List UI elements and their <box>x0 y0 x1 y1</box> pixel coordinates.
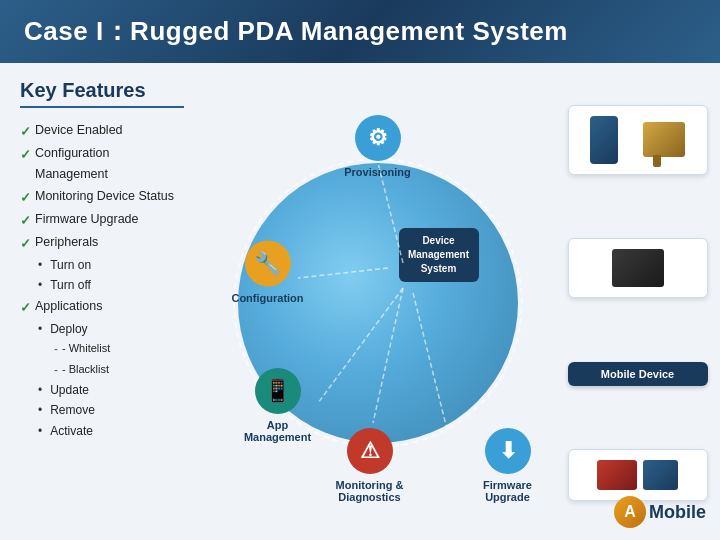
list-item: Turn on <box>38 255 184 275</box>
configuration-label: Configuration <box>231 292 303 304</box>
feature-label: Applications <box>35 296 102 317</box>
logo-icon: A <box>614 496 646 528</box>
list-item: ✓ Monitoring Device Status <box>20 186 184 209</box>
page-title: Case I：Rugged PDA Management System <box>24 14 568 49</box>
provisioning-label: Provisioning <box>344 166 411 178</box>
left-panel: Key Features ✓ Device Enabled ✓ Configur… <box>0 63 200 540</box>
section-title: Key Features <box>20 79 184 108</box>
logo-text: Mobile <box>649 502 706 523</box>
tablet-icon <box>612 249 664 287</box>
monitoring-label: Monitoring &Diagnostics <box>336 479 404 503</box>
node-dms: Device Management System <box>394 228 484 282</box>
mobile-device-label: Mobile Device <box>601 368 674 380</box>
app-icon: 📱 <box>253 366 303 416</box>
check-icon: ✓ <box>20 297 31 319</box>
device-card-3 <box>568 449 708 501</box>
sub-list: Turn on Turn off <box>38 255 184 296</box>
sub-list: Deploy - Whitelist - Blacklist Update Re… <box>38 319 184 441</box>
firmware-icon: ⬇ <box>483 426 533 476</box>
check-icon: ✓ <box>20 187 31 209</box>
node-app-management: 📱 AppManagement <box>238 366 318 443</box>
scanner-icon <box>643 122 685 157</box>
tablet3-icon <box>643 460 678 490</box>
list-item: ✓ Peripherals <box>20 232 184 255</box>
mobile-device-label-card: Mobile Device <box>568 362 708 386</box>
sub-sub-list: - Whitelist - Blacklist <box>54 339 184 380</box>
scanner-device <box>643 122 685 157</box>
feature-label: Peripherals <box>35 232 98 253</box>
tablet2-icon <box>597 460 637 490</box>
list-item: ✓ Applications <box>20 296 184 319</box>
main-content: Key Features ✓ Device Enabled ✓ Configur… <box>0 63 720 540</box>
feature-label: Monitoring Device Status <box>35 186 174 207</box>
header: Case I：Rugged PDA Management System <box>0 0 720 63</box>
list-item: ✓ Firmware Upgrade <box>20 209 184 232</box>
list-item: Activate <box>38 421 184 441</box>
node-provisioning: ⚙ Provisioning <box>338 113 418 178</box>
feature-label: Firmware Upgrade <box>35 209 139 230</box>
center-panel: ⚙ Provisioning 🔧 Configuration Device Ma… <box>200 63 555 540</box>
list-item: Update <box>38 380 184 400</box>
list-item: Deploy <box>38 319 184 339</box>
feature-label: ConfigurationManagement <box>35 143 109 186</box>
check-icon: ✓ <box>20 210 31 232</box>
list-item: Remove <box>38 400 184 420</box>
feature-list: ✓ Device Enabled ✓ ConfigurationManageme… <box>20 120 184 441</box>
list-item: - Blacklist <box>54 360 184 380</box>
provisioning-icon: ⚙ <box>353 113 403 163</box>
dms-label: Device Management System <box>399 228 479 282</box>
device-card-1 <box>568 105 708 175</box>
right-panel: Mobile Device <box>555 63 720 540</box>
list-item: ✓ Device Enabled <box>20 120 184 143</box>
list-item: ✓ ConfigurationManagement <box>20 143 184 186</box>
monitoring-icon: ⚠ <box>345 426 395 476</box>
diagram: ⚙ Provisioning 🔧 Configuration Device Ma… <box>218 103 538 503</box>
list-item: - Whitelist <box>54 339 184 359</box>
device-card-2 <box>568 238 708 298</box>
app-label: AppManagement <box>244 419 311 443</box>
amobile-logo: A Mobile <box>614 496 706 528</box>
node-firmware: ⬇ FirmwareUpgrade <box>468 426 548 503</box>
node-monitoring: ⚠ Monitoring &Diagnostics <box>330 426 410 503</box>
node-configuration: 🔧 Configuration <box>228 239 308 304</box>
phone-device <box>590 116 618 164</box>
feature-label: Device Enabled <box>35 120 123 141</box>
firmware-label: FirmwareUpgrade <box>483 479 532 503</box>
configuration-icon: 🔧 <box>243 239 293 289</box>
check-icon: ✓ <box>20 233 31 255</box>
phone-icon <box>590 116 618 164</box>
check-icon: ✓ <box>20 121 31 143</box>
list-item: Turn off <box>38 275 184 295</box>
check-icon: ✓ <box>20 144 31 166</box>
